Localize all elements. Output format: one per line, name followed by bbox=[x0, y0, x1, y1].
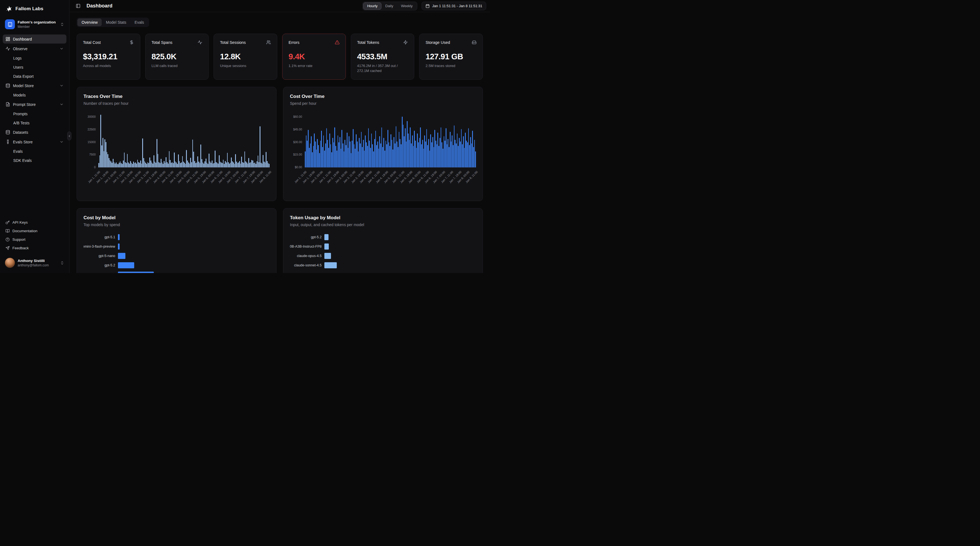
chart-bar[interactable] bbox=[162, 164, 164, 168]
chart-bar[interactable] bbox=[382, 147, 383, 168]
chart-bar[interactable] bbox=[118, 234, 119, 240]
sidebar-item-prompt-store[interactable]: Prompt Store bbox=[3, 100, 67, 109]
chart-bar[interactable] bbox=[433, 137, 433, 168]
chart-bar[interactable] bbox=[458, 146, 458, 168]
chart-bar[interactable] bbox=[327, 140, 328, 168]
chart-bar[interactable] bbox=[470, 137, 471, 168]
chart-bar[interactable] bbox=[414, 131, 415, 168]
chart-bar[interactable] bbox=[202, 159, 202, 168]
chart-bar[interactable] bbox=[185, 164, 186, 168]
chart-bar[interactable] bbox=[393, 150, 393, 168]
chart-bar[interactable] bbox=[189, 163, 190, 168]
chart-bar[interactable] bbox=[194, 161, 195, 168]
chart-bar[interactable] bbox=[113, 159, 113, 168]
chart-bar[interactable] bbox=[419, 138, 420, 168]
chart-bar[interactable] bbox=[153, 163, 153, 168]
chart-bar[interactable] bbox=[305, 152, 305, 168]
chart-bar[interactable] bbox=[345, 145, 347, 168]
chart-bar[interactable] bbox=[366, 142, 367, 168]
chart-bar[interactable] bbox=[202, 163, 204, 168]
chart-bar[interactable] bbox=[250, 162, 251, 168]
chart-bar[interactable] bbox=[383, 138, 384, 168]
chart-bar[interactable] bbox=[154, 161, 156, 168]
chart-bar[interactable] bbox=[469, 145, 470, 168]
sidebar-item-data-export[interactable]: Data Export bbox=[3, 72, 67, 80]
chart-bar[interactable] bbox=[117, 164, 118, 168]
chart-bar[interactable] bbox=[460, 142, 461, 168]
chart-bar[interactable] bbox=[376, 145, 377, 168]
chart-bar[interactable] bbox=[380, 144, 381, 168]
sidebar-item-evals[interactable]: Evals bbox=[3, 147, 67, 155]
chart-bar[interactable] bbox=[99, 163, 99, 168]
sidebar-item-support[interactable]: Support bbox=[3, 235, 67, 244]
chart-bar[interactable] bbox=[325, 144, 326, 168]
chart-bar[interactable] bbox=[325, 244, 329, 249]
chart-bar[interactable] bbox=[241, 156, 242, 168]
chart-bar[interactable] bbox=[362, 147, 363, 168]
chart-bar[interactable] bbox=[325, 262, 337, 268]
chart-bar[interactable] bbox=[321, 131, 322, 168]
chart-bar[interactable] bbox=[441, 128, 442, 168]
chart-bar[interactable] bbox=[234, 164, 235, 168]
chart-bar[interactable] bbox=[403, 125, 404, 168]
chart-bar[interactable] bbox=[331, 144, 331, 168]
chart-bar[interactable] bbox=[245, 161, 246, 168]
chart-bar[interactable] bbox=[148, 163, 149, 168]
tab-model-stats[interactable]: Model Stats bbox=[102, 19, 130, 26]
chart-bar[interactable] bbox=[368, 128, 369, 168]
chart-bar[interactable] bbox=[461, 129, 462, 168]
chart-bar[interactable] bbox=[334, 142, 334, 168]
chart-bar[interactable] bbox=[251, 160, 252, 168]
chart-bar[interactable] bbox=[238, 163, 239, 168]
chart-bar[interactable] bbox=[118, 262, 134, 268]
chart-bar[interactable] bbox=[459, 138, 460, 168]
chart-bar[interactable] bbox=[151, 161, 151, 168]
chart-bar[interactable] bbox=[439, 138, 441, 168]
chart-bar[interactable] bbox=[450, 132, 450, 168]
chart-bar[interactable] bbox=[193, 152, 194, 168]
chart-bar[interactable] bbox=[420, 128, 421, 168]
chart-bar[interactable] bbox=[426, 129, 427, 168]
chart-bar[interactable] bbox=[207, 163, 207, 168]
chart-bar[interactable] bbox=[145, 163, 146, 168]
chart-bar[interactable] bbox=[208, 153, 210, 168]
chart-bar[interactable] bbox=[418, 142, 419, 168]
chart-bar[interactable] bbox=[243, 163, 244, 168]
org-switcher[interactable]: Fallom's organization Member bbox=[3, 18, 67, 31]
chart-bar[interactable] bbox=[328, 148, 329, 168]
chart-bar[interactable] bbox=[331, 152, 332, 168]
chart-bar[interactable] bbox=[120, 161, 121, 168]
chart-bar[interactable] bbox=[472, 131, 473, 168]
chart-bar[interactable] bbox=[145, 161, 145, 168]
chart-bar[interactable] bbox=[218, 163, 218, 168]
sidebar-item-documentation[interactable]: Documentation bbox=[3, 227, 67, 235]
chart-bar[interactable] bbox=[447, 144, 447, 168]
chart-bar[interactable] bbox=[216, 162, 216, 168]
chart-bar[interactable] bbox=[367, 146, 368, 168]
chart-bar[interactable] bbox=[170, 160, 170, 168]
chart-bar[interactable] bbox=[387, 144, 387, 168]
chart-bar[interactable] bbox=[162, 163, 162, 168]
chart-bar[interactable] bbox=[311, 136, 312, 168]
chart-bar[interactable] bbox=[248, 163, 248, 168]
chart-bar[interactable] bbox=[175, 161, 176, 168]
date-range-button[interactable]: Jan 1 11:51:31 - Jan 8 11:51:31 bbox=[422, 2, 486, 10]
chart-bar[interactable] bbox=[353, 129, 353, 168]
chart-bar[interactable] bbox=[105, 139, 105, 168]
chart-bar[interactable] bbox=[454, 126, 455, 168]
chart-bar[interactable] bbox=[357, 142, 358, 168]
chart-bar[interactable] bbox=[233, 163, 234, 168]
sidebar-item-users[interactable]: Users bbox=[3, 63, 67, 72]
chart-bar[interactable] bbox=[433, 147, 434, 168]
chart-bar[interactable] bbox=[133, 161, 134, 168]
chart-bar[interactable] bbox=[161, 159, 162, 168]
chart-bar[interactable] bbox=[310, 144, 311, 168]
chart-bar[interactable] bbox=[172, 162, 173, 168]
chart-bar[interactable] bbox=[457, 134, 458, 168]
chart-bar[interactable] bbox=[348, 148, 348, 168]
chart-bar[interactable] bbox=[115, 163, 116, 168]
chart-bar[interactable] bbox=[358, 152, 359, 168]
chart-bar[interactable] bbox=[159, 162, 159, 168]
chart-bar[interactable] bbox=[309, 148, 310, 168]
chart-bar[interactable] bbox=[473, 147, 474, 168]
